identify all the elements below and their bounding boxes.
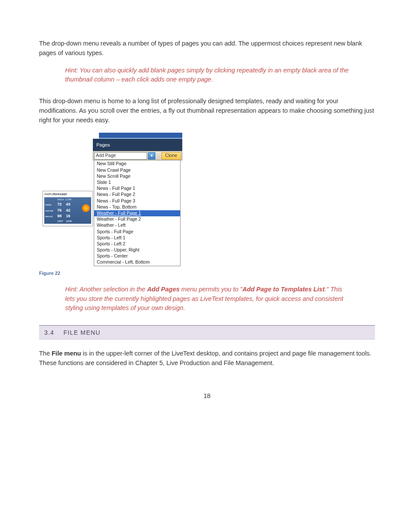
panel-header-pages: Pages xyxy=(93,139,182,151)
section-number: 3.4 xyxy=(44,328,54,337)
clone-button[interactable]: Clone xyxy=(161,152,181,160)
panel-toolbar: Add Page ▼ Clone xyxy=(93,151,182,160)
flyout-row-0-lbl: today xyxy=(45,203,56,207)
filemenu-pre: The xyxy=(39,350,52,357)
template-item[interactable]: New Crawl Page xyxy=(94,167,180,173)
hint2-pre: Hint: Another selection in the xyxy=(65,286,147,293)
template-item[interactable]: Slate 1 xyxy=(94,180,180,186)
flyout-brand-prefix: metro xyxy=(44,192,53,196)
template-item[interactable]: Sports - Upper, Right xyxy=(94,247,180,253)
template-item[interactable]: News - Top, Bottom xyxy=(94,204,180,210)
template-item[interactable]: New Scroll Page xyxy=(94,173,180,180)
template-item[interactable]: Sports - Left 1 xyxy=(94,235,180,241)
flyout-row-3-lo: 1945 xyxy=(66,219,73,223)
template-item[interactable]: News - Full Page 2 xyxy=(94,192,180,198)
template-item[interactable]: Sports - Center xyxy=(94,253,180,259)
template-item[interactable]: News - Full Page 3 xyxy=(94,198,180,204)
filemenu-bold: File menu xyxy=(52,350,81,357)
add-page-label: Add Page xyxy=(96,152,116,159)
hint-1: Hint: You can also quickly add blank pag… xyxy=(65,66,349,85)
flyout-row-1-hi: 76 xyxy=(57,208,64,214)
hint2-bold-1: Add Pages xyxy=(147,286,180,293)
hint2-bold-2: Add Page to Templates List xyxy=(242,286,325,293)
template-item[interactable]: Sports - Full Page xyxy=(94,228,180,235)
page-number: 18 xyxy=(39,392,375,418)
window-titlebar-strip xyxy=(99,133,182,139)
flyout-row-0-lo: 43 xyxy=(66,202,73,208)
template-item[interactable]: New Still Page xyxy=(94,161,180,167)
flyout-head-high: HIGH xyxy=(57,198,64,202)
flyout-thumbnail: metroforecast HIGH LOW today 72 43 norma… xyxy=(43,191,93,226)
add-page-field[interactable]: Add Page xyxy=(94,152,147,160)
template-dropdown-list: New Still PageNew Crawl PageNew Scroll P… xyxy=(94,160,181,266)
paragraph-intro-1: The drop-down menu reveals a number of t… xyxy=(39,39,375,58)
screenshot-figure: metroforecast HIGH LOW today 72 43 norma… xyxy=(43,133,375,266)
paragraph-file-menu: The File menu is in the upper-left corne… xyxy=(39,349,375,368)
flyout-row-2-lo: 16 xyxy=(66,213,73,219)
clone-button-label: Clone xyxy=(165,152,177,159)
section-title: FILE MENU xyxy=(63,329,100,336)
template-item[interactable]: Weather - Left xyxy=(94,222,180,228)
flyout-row-0-hi: 72 xyxy=(57,202,64,208)
add-page-dropdown-button[interactable]: ▼ xyxy=(148,152,155,160)
filemenu-post: is in the upper-left corner of the LiveT… xyxy=(39,350,371,366)
flyout-row-2-lbl: record xyxy=(45,215,56,219)
panel-header-label: Pages xyxy=(96,141,110,149)
hint-2: Hint: Another selection in the Add Pages… xyxy=(65,285,349,313)
template-item[interactable]: Commercial - Left, Bottom xyxy=(94,259,180,265)
flyout-row-2-hi: 98 xyxy=(57,213,64,219)
flyout-row-3-hi: 1997 xyxy=(57,219,64,223)
template-item[interactable]: News - Full Page 1 xyxy=(94,186,180,192)
paragraph-intro-2: This drop-down menu is home to a long li… xyxy=(39,97,375,125)
chevron-down-icon: ▼ xyxy=(150,153,154,159)
flyout-head-low: LOW xyxy=(66,198,72,202)
template-item[interactable]: Sports - Left 2 xyxy=(94,241,180,247)
flyout-brand-bold: forecast xyxy=(53,192,66,196)
figure-caption: Figure 22 xyxy=(39,270,375,277)
template-item[interactable]: Weather - Full Page 2 xyxy=(94,216,180,222)
flyout-row-1-lbl: normal xyxy=(45,209,56,213)
section-heading-file-menu: 3.4 FILE MENU xyxy=(39,325,375,339)
hint2-mid1: menu permits you to " xyxy=(180,286,243,293)
template-item[interactable]: Weather - Full Page 1 xyxy=(94,210,180,216)
flyout-row-1-lo: 42 xyxy=(66,208,73,214)
